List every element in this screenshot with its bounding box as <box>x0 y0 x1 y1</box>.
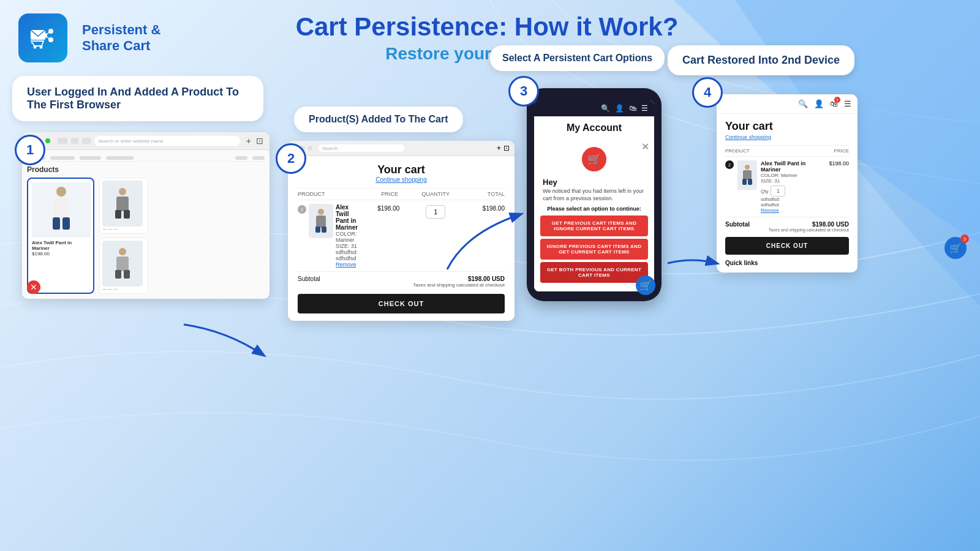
cart-mockup-bar: Search + ⊡ <box>288 141 514 156</box>
cart2-col-price: PRICE <box>834 148 849 154</box>
cart2-content: Your cart Continue shopping PRODUCT PRIC… <box>717 114 858 272</box>
mobile-cart-bubble[interactable]: 🛒 <box>636 276 655 295</box>
cart2-tax-note: Taxes and shipping calculated at checkou… <box>725 228 849 232</box>
cart-title: Your cart <box>298 163 505 176</box>
product-card-main: Alex Twill Pant in Mariner $198.00 <box>27 178 94 294</box>
shipping-note: Taxes and shipping calculated at checkou… <box>298 282 505 288</box>
mobile-title: My Account <box>534 116 654 137</box>
cart-subtitle: Continue shopping <box>298 176 505 183</box>
mobile-screen: 🔍 👤 🛍 ☰ My Account ✕ 🛒 Hey We noticed th… <box>534 100 654 291</box>
step1-number: 1 <box>15 135 45 165</box>
svg-point-24 <box>745 165 750 170</box>
svg-rect-9 <box>54 198 69 217</box>
svg-rect-10 <box>53 217 60 230</box>
col-price: PRICE <box>367 191 413 197</box>
modal-hey: Hey <box>540 175 648 188</box>
modal-cart-icon: 🛒 <box>582 147 606 171</box>
cart2-item-row: 2 Alex Twill Pant in Mariner COLOR: <box>725 160 849 213</box>
modal-close-icon[interactable]: ✕ <box>641 141 649 152</box>
cart-item-sku: sdfsdfsd: <box>336 249 358 255</box>
cart-table-header: PRODUCT PRICE QUANTITY TOTAL <box>298 188 505 200</box>
svg-point-16 <box>119 248 126 255</box>
modal-overlay: ✕ 🛒 Hey We noticed that you had items le… <box>534 137 654 291</box>
step4-cart-wrapper: 🔍 👤 🛍3 ☰ Your cart Continue shopping PRO… <box>717 94 968 272</box>
mobile-mockup-wrapper: 🔍 👤 🛍 ☰ My Account ✕ 🛒 Hey We noticed th… <box>527 88 674 301</box>
cart-qty-box[interactable]: 1 <box>426 205 445 219</box>
mobile-mockup: 🔍 👤 🛍 ☰ My Account ✕ 🛒 Hey We noticed th… <box>527 88 662 301</box>
cart2-title: Your cart <box>725 120 849 133</box>
cart-badge: 3 <box>834 97 840 103</box>
svg-rect-15 <box>124 210 130 219</box>
cart2-subtotal-label: Subtotal <box>725 221 750 228</box>
cart2-menu-icon: ☰ <box>844 99 851 108</box>
cart-item-name: Alex Twill Pant in Mariner <box>336 204 363 231</box>
svg-point-12 <box>119 188 126 195</box>
get-both-cart-button[interactable]: GET BOTH PREVIOUS AND CURRENT CART ITEMS <box>540 262 648 283</box>
cart2-fab-badge: 3 <box>960 234 969 243</box>
cart2-item-image <box>737 160 757 190</box>
remove-badge[interactable]: ✕ <box>27 280 40 294</box>
step3-column: Select A Persistent Cart Options 3 🔍 👤 🛍… <box>514 82 674 301</box>
step4-column: Cart Restored Into 2nd Device 4 🔍 👤 🛍3 ☰… <box>680 82 968 272</box>
col-qty: QUANTITY <box>413 191 459 197</box>
browser-url: Search or enter website name <box>94 136 240 146</box>
cart2-qty-input[interactable]: 1 <box>771 186 785 197</box>
cart2-search-icon: 🔍 <box>798 99 808 108</box>
bag-icon: 🛍 <box>629 104 636 113</box>
cart2-mockup: 🔍 👤 🛍3 ☰ Your cart Continue shopping PRO… <box>717 94 858 272</box>
svg-rect-13 <box>116 197 129 211</box>
cart-item-sku2: sdfsdfsd <box>336 255 363 261</box>
step1-label-box: User Logged In And Added A Product To Th… <box>12 76 263 121</box>
menu-icon: ☰ <box>641 104 648 113</box>
step1-column: User Logged In And Added A Product To Th… <box>12 76 270 299</box>
step4-number: 4 <box>692 77 723 108</box>
cart2-quicklinks: Quick links <box>725 260 849 266</box>
product-name: Alex Twill Pant in Mariner <box>32 240 89 251</box>
svg-rect-17 <box>116 257 129 271</box>
step2-checkout-button[interactable]: CHECK OUT <box>298 294 505 313</box>
cart2-item-price: $198.00 <box>829 160 849 167</box>
modal-desc: We noticed that you had items left in yo… <box>540 188 648 206</box>
products-label: Products <box>27 165 265 174</box>
svg-rect-23 <box>322 227 326 233</box>
cart-subtotal-row: Subtotal $198.00 USD <box>298 271 505 282</box>
search-icon: 🔍 <box>601 104 610 113</box>
select-options-label: Select A Persistent Cart Options <box>490 45 665 71</box>
cart-item-color: COLOR: Mariner <box>336 231 363 243</box>
cart-item-image <box>309 204 333 238</box>
cart2-continue-link[interactable]: Continue shopping <box>725 134 849 140</box>
svg-rect-18 <box>115 270 121 279</box>
subtotal-value: $198.00 USD <box>468 276 505 282</box>
cart2-item-remove[interactable]: Remove <box>761 208 825 213</box>
step3-number: 3 <box>508 76 539 107</box>
cart-item-total: $198.00 <box>461 204 505 212</box>
cart-item-remove[interactable]: Remove <box>336 261 363 268</box>
logo-box <box>18 13 67 62</box>
main-title: Cart Persistence: How it Work? <box>190 12 784 42</box>
other-products: — — — <box>99 178 148 294</box>
step1-label-text: User Logged In And Added A Product To Th… <box>27 86 249 111</box>
product-image-main <box>32 182 91 238</box>
cart-item-badge: 2 <box>298 205 306 214</box>
cart2-subtotal-value: $198.00 USD <box>812 221 849 228</box>
step2-cart-wrapper: Search + ⊡ Your cart Continue shopping P… <box>288 141 508 321</box>
cart2-fab[interactable]: 🛒 3 <box>944 237 967 259</box>
browser-bar: Search or enter website name + ⊡ <box>22 132 270 150</box>
svg-point-20 <box>318 209 324 215</box>
cart2-qty-row: Qty 1 <box>761 186 825 197</box>
cart2-item-sku2: sdfsdfsd <box>761 202 825 208</box>
user-icon: 👤 <box>615 104 624 113</box>
svg-rect-14 <box>115 210 121 219</box>
step4-checkout-button[interactable]: CHECK OUT <box>725 237 849 255</box>
ignore-previous-cart-button[interactable]: IGNORE PREVIOUS CART ITEMS AND GET CURRE… <box>540 239 648 260</box>
logo-text: Persistent & Share Cart <box>82 22 160 54</box>
svg-rect-19 <box>124 270 130 279</box>
dot-green <box>45 138 50 143</box>
get-previous-cart-button[interactable]: GET PREVIOUS CART ITEMS AND IGNORE CURRE… <box>540 216 648 236</box>
cart-item-price: $198.00 <box>367 204 410 212</box>
cart-item-size: SIZE: 31 <box>336 243 363 249</box>
svg-rect-21 <box>316 216 326 228</box>
arrow-1-to-2 <box>178 318 276 367</box>
svg-rect-11 <box>62 217 70 230</box>
step2-column: Product(S) Added To The Cart 2 Search + … <box>276 107 508 321</box>
